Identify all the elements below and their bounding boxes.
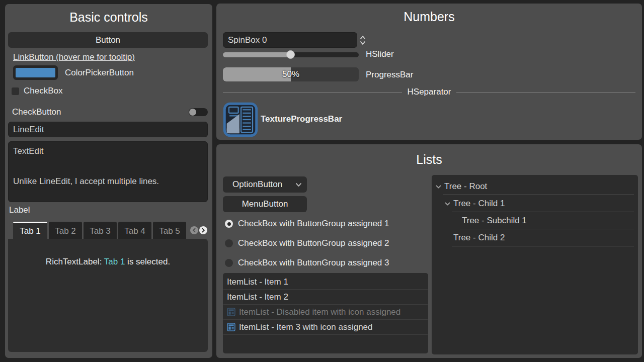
progressbar-value: 50% xyxy=(223,67,359,81)
richtext-prefix: RichTextLabel: xyxy=(46,257,104,266)
checkbox-row[interactable]: CheckBox xyxy=(12,86,62,96)
hslider[interactable] xyxy=(223,49,359,61)
numbers-panel: Numbers SpinBox 0 HSlider 50% ProgressBa… xyxy=(216,4,642,140)
list-item-icon xyxy=(227,323,235,331)
menu-button[interactable]: MenuButton xyxy=(223,196,307,212)
button[interactable]: Button xyxy=(8,32,208,48)
hslider-fill xyxy=(223,52,291,57)
tab-scroll-left-icon[interactable] xyxy=(190,226,198,234)
tree-item-subchild-1[interactable]: Tree - Subchild 1 xyxy=(460,212,634,229)
texture-progress-label: TextureProgressBar xyxy=(261,114,342,124)
list-item[interactable]: ItemList - Disabled item with icon assig… xyxy=(223,305,428,320)
spinbox-updown-icon[interactable] xyxy=(359,34,366,47)
spinbox-value: SpinBox 0 xyxy=(228,35,267,45)
tab-content-panel: RichTextLabel: Tab 1 is selected. xyxy=(8,239,208,352)
color-picker-button[interactable] xyxy=(13,65,58,80)
line-edit-input[interactable]: LineEdit xyxy=(8,122,208,137)
tree-item-label: Tree - Subchild 1 xyxy=(462,216,527,226)
toggle-knob-icon xyxy=(189,109,196,116)
hseparator: HSeparator xyxy=(223,86,635,98)
rich-text-label: RichTextLabel: Tab 1 is selected. xyxy=(8,257,208,267)
hslider-label: HSlider xyxy=(366,49,394,59)
richtext-suffix: is selected. xyxy=(125,257,170,266)
tab-5[interactable]: Tab 5 xyxy=(153,222,186,239)
tree-item-root[interactable]: Tree - Root xyxy=(443,178,634,195)
radio-icon xyxy=(225,220,233,228)
richtext-highlight: Tab 1 xyxy=(104,257,125,266)
tree-item-label: Tree - Child 1 xyxy=(453,199,505,209)
color-picker-label: ColorPickerButton xyxy=(65,68,134,78)
panel-title: Basic controls xyxy=(5,10,212,25)
hseparator-label: HSeparator xyxy=(408,87,451,97)
tree-collapse-icon[interactable] xyxy=(436,185,441,189)
line-edit-value: LineEdit xyxy=(13,125,44,135)
tree-item-child-1[interactable]: Tree - Child 1 xyxy=(452,195,634,212)
text-edit-line2: Unlike LineEdit, I accept multiple lines… xyxy=(13,176,159,187)
tab-4[interactable]: Tab 4 xyxy=(118,222,151,239)
text-edit-line1: TextEdit xyxy=(13,146,43,156)
progress-bar: 50% xyxy=(223,67,359,81)
checkbox-icon xyxy=(12,87,19,95)
radio-icon xyxy=(225,239,233,247)
tree-item-child-2[interactable]: Tree - Child 2 xyxy=(452,229,634,246)
list-item-label: ItemList - Disabled item with icon assig… xyxy=(239,307,400,317)
list-item-label: ItemList - Item 1 xyxy=(227,277,288,287)
list-item-icon xyxy=(227,308,235,316)
list-item-label: ItemList - Item 3 with icon assigned xyxy=(239,322,373,332)
item-list: ItemList - Item 1 ItemList - Item 2 Item… xyxy=(223,273,428,353)
hseparator-line-left xyxy=(223,92,402,93)
label: Label xyxy=(9,205,30,215)
check-button-label: CheckButton xyxy=(12,107,61,117)
hslider-grabber[interactable] xyxy=(286,50,295,59)
option-button[interactable]: OptionButton xyxy=(223,176,307,193)
option-button-label: OptionButton xyxy=(232,179,282,190)
list-item[interactable]: ItemList - Item 2 xyxy=(223,290,428,305)
checkbox-label: CheckBox xyxy=(24,86,62,96)
radio-buttongroup-3[interactable]: CheckBox with ButtonGroup assigned 3 xyxy=(225,258,389,267)
basic-controls-panel: Basic controls Button LinkButton (hover … xyxy=(5,4,212,358)
tree-view: Tree - Root Tree - Child 1 Tree - Subchi… xyxy=(432,175,638,354)
list-item[interactable]: ItemList - Item 3 with icon assigned xyxy=(223,320,428,335)
check-button-row[interactable]: CheckButton xyxy=(12,106,208,119)
radio-label: CheckBox with ButtonGroup assigned 2 xyxy=(238,238,389,248)
toggle-switch[interactable] xyxy=(189,108,208,116)
list-item-label: ItemList - Item 2 xyxy=(227,292,288,302)
spinbox-input[interactable]: SpinBox 0 xyxy=(223,32,357,48)
progressbar-label: ProgressBar xyxy=(366,70,413,80)
tree-collapse-icon[interactable] xyxy=(445,202,450,206)
color-swatch xyxy=(16,68,55,77)
list-item[interactable]: ItemList - Item 1 xyxy=(223,275,428,290)
texture-progress-bar-icon xyxy=(223,102,258,137)
panel-title: Numbers xyxy=(216,10,642,24)
hseparator-line-right xyxy=(456,92,635,93)
tab-3[interactable]: Tab 3 xyxy=(84,222,117,239)
panel-title: Lists xyxy=(216,152,642,167)
menu-button-label: MenuButton xyxy=(242,199,288,209)
tab-1[interactable]: Tab 1 xyxy=(13,222,47,239)
tree-item-label: Tree - Child 2 xyxy=(453,233,505,243)
tab-bar: Tab 1 Tab 2 Tab 3 Tab 4 Tab 5 xyxy=(13,222,186,239)
text-edit-input[interactable]: TextEdit Unlike LineEdit, I accept multi… xyxy=(8,141,208,202)
color-picker-row: ColorPickerButton xyxy=(13,65,134,80)
tab-2[interactable]: Tab 2 xyxy=(49,222,82,239)
radio-label: CheckBox with ButtonGroup assigned 1 xyxy=(238,219,389,229)
tree-item-label: Tree - Root xyxy=(444,182,487,192)
link-button[interactable]: LinkButton (hover me for tooltip) xyxy=(13,52,135,62)
lists-panel: Lists OptionButton MenuButton CheckBox w… xyxy=(216,144,642,358)
radio-label: CheckBox with ButtonGroup assigned 3 xyxy=(238,258,389,268)
radio-buttongroup-2[interactable]: CheckBox with ButtonGroup assigned 2 xyxy=(225,239,389,248)
radio-buttongroup-1[interactable]: CheckBox with ButtonGroup assigned 1 xyxy=(225,219,389,228)
chevron-down-icon xyxy=(295,183,302,187)
tab-scroll-right-icon[interactable] xyxy=(199,226,207,234)
radio-icon xyxy=(225,259,233,267)
